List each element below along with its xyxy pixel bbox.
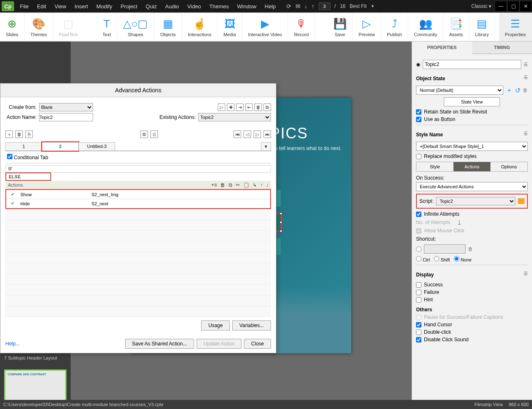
- paste-dec-icon[interactable]: ⎙: [150, 131, 158, 138]
- preview-action-icon[interactable]: ▷: [218, 103, 225, 111]
- decision-tab-1[interactable]: 1: [5, 142, 42, 151]
- menu-icon[interactable]: ☰: [524, 62, 528, 67]
- menu-help[interactable]: Help: [261, 1, 280, 12]
- existing-actions-select[interactable]: Topic2: [198, 113, 271, 121]
- menu-quiz[interactable]: Quiz: [142, 1, 161, 12]
- action-row[interactable]: ✔ Show S2_next_Img: [6, 190, 270, 199]
- help-link[interactable]: Help...: [5, 341, 20, 347]
- delete-shortcut-icon[interactable]: 🗑: [468, 246, 473, 252]
- use-button-check[interactable]: [416, 117, 421, 122]
- hint-check[interactable]: [416, 297, 421, 303]
- sync-icon[interactable]: ⟳: [286, 3, 291, 10]
- menu-themes[interactable]: Themes: [205, 1, 233, 12]
- action-name-input[interactable]: [39, 113, 93, 121]
- ribbon-interactive-video[interactable]: ▶Interactive Video: [242, 13, 288, 41]
- state-view-button[interactable]: State View: [444, 97, 500, 106]
- zoom-select[interactable]: Best Fit: [350, 3, 367, 9]
- up-icon[interactable]: ↑: [312, 3, 315, 10]
- action-type-cell[interactable]: Hide: [19, 201, 91, 206]
- failure-check[interactable]: [416, 290, 421, 295]
- add-state-icon[interactable]: ＋: [506, 86, 512, 95]
- ribbon-media[interactable]: 🖼Media: [218, 13, 242, 41]
- ribbon-fluid-box[interactable]: ▢Fluid Box: [53, 13, 84, 41]
- save-shared-button[interactable]: Save As Shared Action...: [125, 339, 194, 349]
- workspace-select[interactable]: Classic ▾: [471, 3, 495, 9]
- ribbon-objects[interactable]: ▦Objects: [154, 13, 182, 41]
- shift-radio[interactable]: [434, 256, 439, 261]
- resize-handle-e[interactable]: [280, 221, 282, 224]
- create-from-select[interactable]: Blank: [39, 103, 93, 111]
- ctrl-radio[interactable]: [416, 256, 421, 261]
- menu-edit[interactable]: Edit: [33, 1, 50, 12]
- script-select[interactable]: Topic2: [436, 197, 515, 205]
- copy-row-icon[interactable]: ⧉: [229, 182, 232, 188]
- view-mode[interactable]: Filmstrip View: [474, 402, 502, 407]
- menu-file[interactable]: File: [16, 1, 33, 12]
- else-section[interactable]: ELSE: [5, 172, 51, 181]
- actions-subtab[interactable]: Actions: [453, 162, 490, 171]
- options-subtab[interactable]: Options: [490, 162, 527, 171]
- ribbon-slides[interactable]: ⊕Slides: [0, 13, 25, 41]
- ribbon-properties[interactable]: ☰Properties: [499, 13, 532, 41]
- shortcut-key-radio[interactable]: [416, 246, 421, 252]
- action-row[interactable]: ✔ Hide S2_next: [6, 199, 270, 208]
- decision-tab-more[interactable]: ▾: [261, 142, 271, 151]
- success-check[interactable]: [416, 282, 421, 288]
- page-number-input[interactable]: [319, 2, 330, 10]
- replace-styles-check[interactable]: [416, 154, 421, 159]
- ribbon-save[interactable]: 💾Save: [328, 13, 353, 41]
- insert-row-icon[interactable]: ↳: [253, 182, 257, 188]
- duplicate-action-icon[interactable]: ⧉: [264, 103, 271, 111]
- ctrl-radio-label[interactable]: Ctrl: [416, 256, 430, 262]
- move-up-icon[interactable]: ↑: [260, 182, 263, 188]
- properties-tab[interactable]: PROPERTIES: [412, 42, 472, 54]
- delete-icon[interactable]: 🗑: [523, 87, 528, 93]
- menu-audio[interactable]: Audio: [161, 1, 183, 12]
- resize-handle-se[interactable]: [280, 230, 282, 232]
- copy-decision-icon[interactable]: ⎘: [25, 131, 33, 138]
- if-section[interactable]: IF: [5, 165, 271, 172]
- ribbon-community[interactable]: 👥Community: [408, 13, 443, 41]
- menu-window[interactable]: Window: [233, 1, 261, 12]
- conditional-tab-label[interactable]: Conditional Tab: [7, 155, 48, 160]
- delete-action-icon[interactable]: 🗑: [254, 103, 262, 111]
- state-select[interactable]: Normal (Default): [416, 86, 503, 95]
- delete-row-icon[interactable]: 🗑: [220, 182, 225, 188]
- disable-click-sound-check[interactable]: [416, 337, 421, 342]
- decision-tab-2[interactable]: 2: [42, 142, 79, 151]
- hand-cursor-check[interactable]: [416, 322, 421, 328]
- none-radio[interactable]: [454, 256, 459, 261]
- visibility-icon[interactable]: ◉: [416, 62, 420, 67]
- menu-icon[interactable]: ☰: [524, 271, 528, 276]
- menu-view[interactable]: View: [50, 1, 70, 12]
- last-nav-icon[interactable]: ⏭: [264, 131, 271, 138]
- usage-button[interactable]: Usage: [201, 320, 230, 330]
- cut-row-icon[interactable]: ✂: [236, 182, 240, 188]
- ribbon-text[interactable]: TText: [97, 13, 117, 41]
- object-name-input[interactable]: [423, 60, 521, 69]
- retain-state-check[interactable]: [416, 109, 421, 115]
- action-param-cell[interactable]: S2_next: [91, 201, 139, 206]
- close-dialog-button[interactable]: Close: [244, 339, 271, 349]
- prev-nav-icon[interactable]: ◁: [244, 131, 251, 138]
- menu-icon[interactable]: ☰: [524, 75, 528, 80]
- folder-icon[interactable]: [518, 198, 525, 204]
- ribbon-library[interactable]: ▤Library: [469, 13, 495, 41]
- shift-radio-label[interactable]: Shift: [434, 256, 450, 262]
- menu-modify[interactable]: Modify: [92, 1, 116, 12]
- export-icon[interactable]: ⇤: [245, 103, 253, 111]
- decision-tab-3[interactable]: Untitled-3: [79, 142, 115, 151]
- ribbon-preview[interactable]: ▷Preview: [353, 13, 381, 41]
- add-action-icon[interactable]: ✚: [227, 103, 234, 111]
- style-select[interactable]: +[Default Smart Shape Style]_1: [416, 142, 528, 151]
- ribbon-record[interactable]: 🎙Record: [288, 13, 315, 41]
- ribbon-shapes[interactable]: △○▢Shapes: [117, 13, 155, 41]
- menu-project[interactable]: Project: [116, 1, 141, 12]
- add-row-icon[interactable]: +≡: [211, 182, 217, 188]
- ribbon-publish[interactable]: ⤴Publish: [381, 13, 408, 41]
- down-icon[interactable]: ↓: [305, 3, 308, 10]
- reset-icon[interactable]: ↺: [515, 86, 520, 94]
- close-button[interactable]: ✕: [520, 1, 532, 12]
- import-icon[interactable]: ⇥: [236, 103, 244, 111]
- variables-button[interactable]: Variables...: [232, 320, 271, 330]
